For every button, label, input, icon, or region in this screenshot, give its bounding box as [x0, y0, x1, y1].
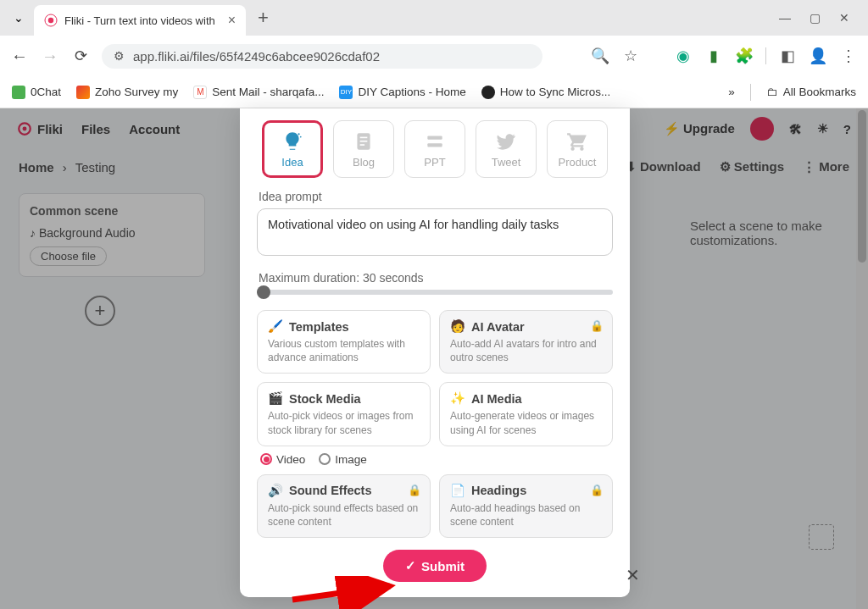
- bookmark-label: DIY Captions - Home: [358, 86, 465, 98]
- folder-icon: 🗀: [766, 86, 778, 98]
- card-desc: Auto-pick sound effects based on scene c…: [268, 501, 420, 529]
- reload-button[interactable]: ⟳: [71, 47, 90, 65]
- card-ai-avatar[interactable]: 🔒 🧑AI Avatar Auto-add AI avatars for int…: [439, 310, 613, 374]
- tab-ppt[interactable]: PPT: [404, 120, 465, 178]
- card-desc: Auto-add AI avatars for intro and outro …: [450, 337, 602, 364]
- minimize-icon[interactable]: —: [779, 11, 791, 25]
- ai-media-icon: ✨: [450, 391, 465, 406]
- cart-icon: [565, 130, 589, 152]
- card-ai-media[interactable]: ✨AI Media Auto-generate videos or images…: [439, 382, 613, 446]
- bookmark-gmail[interactable]: MSent Mail - sharqafa...: [193, 86, 324, 99]
- bookmark-zoho[interactable]: Zoho Survey my: [76, 86, 178, 99]
- bookmark-diy[interactable]: DIYDIY Captions - Home: [339, 86, 465, 99]
- duration-slider[interactable]: [257, 290, 613, 295]
- svg-line-12: [292, 586, 390, 600]
- idea-modal: Idea Blog PPT Tweet Product Idea prompt …: [240, 108, 630, 597]
- svg-rect-11: [427, 143, 442, 147]
- card-sound-effects[interactable]: 🔒 🔊Sound Effects Auto-pick sound effects…: [257, 474, 431, 538]
- bookmark-label: Sent Mail - sharqafa...: [212, 86, 324, 98]
- back-button[interactable]: ←: [10, 47, 29, 66]
- tab-tweet[interactable]: Tweet: [476, 120, 537, 178]
- svg-point-5: [300, 136, 302, 137]
- zoom-icon[interactable]: 🔍: [591, 47, 609, 65]
- close-modal-icon[interactable]: ✕: [626, 565, 640, 585]
- card-headings[interactable]: 🔒 📄Headings Auto-add headings based on s…: [439, 474, 613, 538]
- new-tab-button[interactable]: +: [249, 5, 277, 30]
- maximize-icon[interactable]: ▢: [810, 11, 821, 25]
- bookmark-label: How to Sync Micros...: [500, 86, 611, 98]
- fliki-favicon-icon: [44, 14, 58, 27]
- options-grid-2: 🔒 🔊Sound Effects Auto-pick sound effects…: [257, 474, 613, 538]
- prompt-label: Idea prompt: [259, 190, 613, 203]
- svg-point-1: [48, 18, 53, 23]
- browser-chrome: ⌄ Fliki - Turn text into videos with × +…: [0, 0, 868, 109]
- slider-thumb[interactable]: [257, 285, 270, 299]
- lock-icon: 🔒: [408, 484, 421, 496]
- kebab-menu-icon[interactable]: ⋮: [839, 47, 858, 65]
- address-bar: ← → ⟳ ⚙ app.fliki.ai/files/65f4249c6abce…: [0, 36, 868, 76]
- bookmark-github[interactable]: How to Sync Micros...: [481, 86, 611, 99]
- tab-label: Blog: [353, 156, 375, 169]
- ppt-icon: [423, 130, 447, 152]
- duration-label: Maximum duration: 30 seconds: [259, 271, 613, 285]
- tab-label: Product: [559, 156, 597, 169]
- tab-label: Tweet: [492, 156, 521, 169]
- tab-idea[interactable]: Idea: [262, 120, 323, 178]
- submit-label: Submit: [421, 559, 465, 573]
- extension1-icon[interactable]: ◉: [674, 47, 693, 65]
- tab-label: PPT: [424, 156, 445, 169]
- bookmark-0chat[interactable]: 0Chat: [12, 86, 61, 99]
- twitter-icon: [494, 130, 518, 152]
- headings-icon: 📄: [450, 484, 465, 498]
- card-stock-media[interactable]: 🎬Stock Media Auto-pick videos or images …: [257, 382, 431, 446]
- lock-icon: 🔒: [590, 319, 604, 332]
- radio-image[interactable]: Image: [319, 453, 367, 466]
- stock-media-icon: 🎬: [268, 391, 283, 406]
- radio-dot-icon: [260, 453, 272, 465]
- all-bookmarks-button[interactable]: 🗀All Bookmarks: [766, 86, 856, 98]
- url-input[interactable]: ⚙ app.fliki.ai/files/65f4249c6abcee9026c…: [102, 44, 542, 69]
- tab-product[interactable]: Product: [547, 120, 608, 178]
- tab-blog[interactable]: Blog: [333, 120, 394, 178]
- extensions-icon[interactable]: 🧩: [735, 47, 754, 65]
- side-panel-icon[interactable]: ◧: [778, 47, 797, 65]
- check-icon: ✓: [405, 558, 416, 573]
- lightbulb-icon: [281, 130, 304, 152]
- avatar-emoji-icon: 🧑: [450, 319, 465, 334]
- media-type-radios: Video Image: [260, 453, 613, 466]
- tab-bar: ⌄ Fliki - Turn text into videos with × +…: [0, 0, 868, 36]
- svg-rect-9: [360, 144, 364, 146]
- forward-button[interactable]: →: [41, 47, 59, 66]
- close-tab-icon[interactable]: ×: [228, 13, 236, 28]
- idea-prompt-input[interactable]: [257, 208, 613, 256]
- bookmarks-bar: 0Chat Zoho Survey my MSent Mail - sharqa…: [0, 76, 868, 108]
- tab-dropdown-icon[interactable]: ⌄: [7, 8, 31, 28]
- options-grid: 🖌️Templates Various custom templates wit…: [257, 310, 613, 446]
- profile-icon[interactable]: 👤: [809, 47, 827, 65]
- window-controls: — ▢ ✕: [779, 11, 861, 25]
- bookmark-label: Zoho Survey my: [95, 86, 178, 98]
- svg-point-4: [298, 133, 300, 135]
- star-bookmark-icon[interactable]: ☆: [621, 47, 640, 65]
- bookmark-label: 0Chat: [31, 86, 61, 98]
- browser-tab[interactable]: Fliki - Turn text into videos with ×: [34, 5, 246, 36]
- svg-rect-10: [427, 136, 442, 139]
- sound-icon: 🔊: [268, 484, 283, 498]
- content-type-tabs: Idea Blog PPT Tweet Product: [257, 120, 613, 178]
- site-info-icon[interactable]: ⚙: [114, 49, 125, 63]
- card-desc: Auto-generate videos or images using AI …: [450, 409, 602, 436]
- templates-icon: 🖌️: [268, 319, 283, 334]
- tab-title: Fliki - Turn text into videos with: [64, 14, 215, 27]
- extension2-icon[interactable]: ▮: [704, 47, 723, 65]
- url-text: app.fliki.ai/files/65f4249c6abcee9026cda…: [133, 49, 380, 64]
- card-desc: Auto-pick videos or images from stock li…: [268, 409, 420, 436]
- card-desc: Various custom templates with advance an…: [268, 337, 420, 364]
- svg-rect-8: [360, 140, 368, 141]
- card-templates[interactable]: 🖌️Templates Various custom templates wit…: [257, 310, 431, 374]
- radio-video[interactable]: Video: [260, 453, 305, 466]
- card-desc: Auto-add headings based on scene content: [450, 501, 602, 529]
- close-window-icon[interactable]: ✕: [839, 11, 849, 25]
- lock-icon: 🔒: [590, 484, 604, 496]
- bookmarks-overflow-icon[interactable]: »: [728, 86, 735, 98]
- svg-rect-7: [360, 136, 368, 138]
